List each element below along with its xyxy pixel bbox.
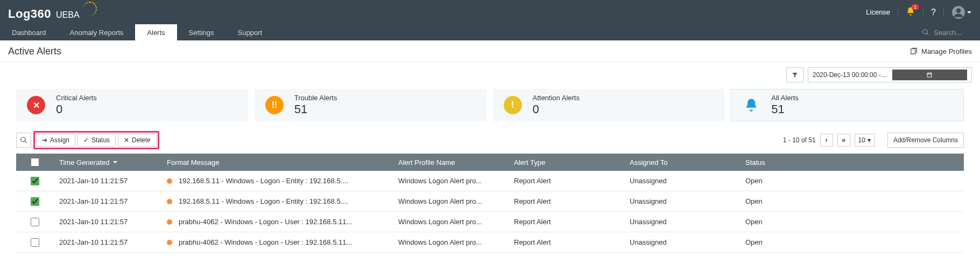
card-value: 51 (294, 102, 337, 116)
cell-time: 2021-Jan-10 11:21:57 (59, 218, 167, 226)
col-alert-profile[interactable]: Alert Profile Name (398, 158, 514, 167)
card-label: Trouble Alerts (294, 94, 337, 102)
logo: Log360 UEBA (8, 4, 97, 21)
notifications-button[interactable]: 1 (906, 6, 915, 18)
cell-message: prabhu-4062 - Windows - Logon - User : 1… (167, 218, 398, 226)
separator (943, 8, 944, 17)
tab-support[interactable]: Support (226, 24, 274, 40)
delete-label: Delete (132, 136, 151, 144)
col-time-generated[interactable]: Time Generated (59, 158, 167, 167)
card-all-alerts[interactable]: All Alerts 51 (731, 89, 964, 121)
assign-label: Assign (50, 136, 69, 144)
logo-arc-icon (83, 2, 97, 16)
table-header-row: Time Generated Format Message Alert Prof… (16, 154, 964, 171)
search-icon (922, 29, 929, 36)
topbar: Log360 UEBA License 1 ? (0, 0, 980, 24)
row-checkbox[interactable] (31, 197, 39, 206)
delete-button[interactable]: ✕ Delete (118, 134, 157, 147)
cell-type: Report Alert (514, 218, 630, 226)
add-cols-label: Add/Remove Columns (893, 136, 958, 144)
license-link[interactable]: License (866, 8, 890, 16)
user-menu[interactable] (951, 5, 972, 19)
card-attention-alerts[interactable]: ! Attention Alerts 0 (493, 89, 725, 121)
page-size-select[interactable]: 10 ▾ (855, 134, 875, 147)
row-checkbox[interactable] (31, 238, 39, 247)
row-checkbox[interactable] (31, 218, 39, 226)
search-placeholder: Search... (934, 29, 962, 37)
cell-message: 192.168.5.11 - Windows - Logon - Entity … (167, 177, 398, 185)
logo-sub: UEBA (56, 10, 80, 20)
arrow-right-icon: ➔ (42, 136, 47, 144)
table-row[interactable]: 2021-Jan-10 11:21:57192.168.5.11 - Windo… (16, 191, 964, 212)
separator (898, 8, 898, 17)
add-remove-columns-button[interactable]: Add/Remove Columns (887, 133, 964, 148)
cell-assigned: Unassigned (630, 197, 745, 205)
select-all-checkbox[interactable] (31, 158, 39, 167)
critical-icon: ✕ (27, 96, 45, 114)
cell-profile: Windows Logon Alert pro... (398, 238, 514, 246)
cell-status: Open (745, 197, 964, 205)
table-row[interactable]: 2021-Jan-10 11:21:57192.168.5.11 - Windo… (16, 171, 964, 191)
next-page-button[interactable]: › (820, 134, 833, 147)
bulk-actions-group: ➔ Assign ✓ Status ✕ Delete (33, 131, 159, 149)
cell-status: Open (745, 238, 964, 246)
search-input[interactable]: Search... (915, 24, 980, 40)
cell-time: 2021-Jan-10 11:21:57 (59, 197, 167, 205)
table-row[interactable]: 2021-Jan-10 11:21:57prabhu-4062 - Window… (16, 232, 964, 253)
card-label: Critical Alerts (56, 94, 97, 102)
check-icon: ✓ (83, 136, 89, 144)
close-icon: ✕ (124, 136, 129, 144)
table-row[interactable]: 2021-Jan-10 11:21:57prabhu-4062 - Window… (16, 212, 964, 232)
filter-button[interactable] (786, 67, 803, 82)
assign-button[interactable]: ➔ Assign (36, 134, 75, 147)
card-value: 51 (771, 102, 799, 116)
cell-status: Open (745, 218, 964, 226)
col-format-message[interactable]: Format Message (167, 158, 398, 167)
table-search-button[interactable] (16, 133, 31, 148)
tab-dashboard[interactable]: Dashboard (0, 24, 58, 40)
tab-settings[interactable]: Settings (177, 24, 226, 40)
col-alert-type[interactable]: Alert Type (514, 158, 630, 167)
tab-anomaly-reports[interactable]: Anomaly Reports (58, 24, 136, 40)
cell-type: Report Alert (514, 177, 630, 185)
notification-count: 1 (912, 4, 919, 10)
card-critical-alerts[interactable]: ✕ Critical Alerts 0 (16, 89, 248, 121)
severity-dot-icon (167, 240, 172, 245)
cell-status: Open (745, 177, 964, 185)
page-title: Active Alerts (8, 46, 61, 57)
cell-time: 2021-Jan-10 11:21:57 (59, 238, 167, 246)
cell-assigned: Unassigned (630, 218, 745, 226)
logo-main: Log360 (8, 7, 51, 21)
manage-profiles-button[interactable]: Manage Profiles (910, 47, 972, 56)
severity-dot-icon (167, 199, 172, 204)
row-checkbox[interactable] (31, 177, 39, 185)
chevron-down-icon (967, 10, 972, 15)
cell-profile: Windows Logon Alert pro... (398, 197, 514, 205)
card-value: 0 (533, 102, 580, 116)
tab-alerts[interactable]: Alerts (135, 24, 177, 40)
separator (923, 8, 923, 17)
cell-assigned: Unassigned (630, 238, 745, 246)
status-button[interactable]: ✓ Status (77, 134, 116, 147)
cell-message: 192.168.5.11 - Windows - Logon - Entity … (167, 197, 398, 205)
card-label: All Alerts (771, 94, 799, 102)
search-icon (20, 136, 27, 144)
date-range-picker[interactable]: 2020-Dec-13 00:00:00 - 2021-Jan-11 23... (808, 67, 972, 82)
severity-dot-icon (167, 178, 172, 184)
col-status[interactable]: Status (745, 158, 964, 167)
status-label: Status (91, 136, 110, 144)
help-button[interactable]: ? (931, 8, 936, 17)
last-page-button[interactable]: » (837, 134, 850, 147)
sort-desc-icon (112, 158, 118, 167)
attention-icon: ! (504, 96, 522, 114)
cell-profile: Windows Logon Alert pro... (398, 218, 514, 226)
profiles-icon (910, 47, 918, 56)
svg-point-1 (956, 8, 961, 13)
cell-type: Report Alert (514, 238, 630, 246)
cell-type: Report Alert (514, 197, 630, 205)
date-range-text: 2020-Dec-13 00:00:00 - 2021-Jan-11 23... (813, 71, 888, 79)
card-trouble-alerts[interactable]: !! Trouble Alerts 51 (255, 89, 487, 121)
paging-summary: 1 - 10 of 51 (783, 136, 816, 144)
card-value: 0 (56, 102, 97, 116)
col-assigned-to[interactable]: Assigned To (630, 158, 745, 167)
